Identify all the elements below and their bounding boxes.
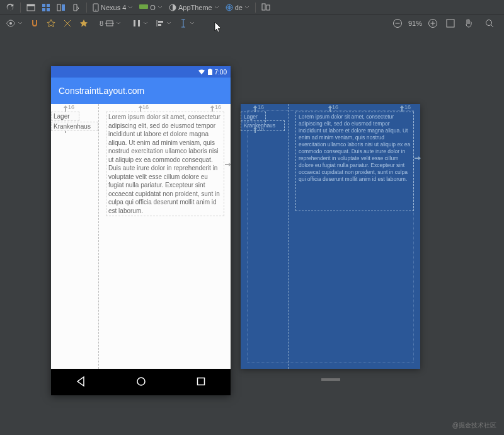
- pan-icon[interactable]: [461, 17, 475, 30]
- orientation-icon[interactable]: [70, 2, 83, 13]
- battery-icon: [208, 69, 212, 75]
- visibility-icon[interactable]: [4, 18, 25, 28]
- svg-rect-3: [47, 4, 50, 7]
- svg-rect-1: [27, 4, 35, 6]
- api-label: O: [150, 4, 156, 11]
- design-canvas[interactable]: 7:00 ConstraintLayout.com 16 16 16 16 La…: [0, 32, 504, 435]
- svg-point-15: [9, 22, 12, 25]
- zoom-fit-icon[interactable]: [444, 17, 457, 30]
- nav-recent-icon[interactable]: [195, 376, 207, 388]
- locale-picker[interactable]: de: [224, 3, 251, 13]
- android-status-bar: 7:00: [51, 66, 231, 78]
- svg-rect-18: [134, 20, 135, 26]
- wifi-icon: [198, 69, 205, 75]
- zoom-out-icon[interactable]: [391, 17, 404, 30]
- refresh-icon[interactable]: [4, 2, 16, 13]
- svg-rect-19: [138, 20, 140, 26]
- locale-label: de: [235, 4, 243, 11]
- view-design-icon[interactable]: [25, 2, 37, 13]
- margin-label: 16: [215, 104, 221, 110]
- api-picker[interactable]: O: [137, 3, 164, 13]
- infer-constraints-icon[interactable]: [77, 18, 90, 29]
- app-title: ConstraintLayout.com: [59, 86, 144, 96]
- svg-point-34: [137, 378, 145, 385]
- guidelines-icon[interactable]: [177, 18, 197, 29]
- svg-rect-10: [139, 4, 148, 9]
- design-toolbar-row1: Nexus 4 O AppTheme de: [0, 0, 504, 15]
- margin-label: 16: [258, 104, 264, 110]
- margin-label: 16: [404, 104, 411, 110]
- watermark: @掘金技术社区: [452, 421, 496, 430]
- android-nav-bar: [51, 369, 231, 395]
- svg-rect-33: [209, 69, 211, 70]
- default-margin[interactable]: 8: [98, 18, 123, 28]
- svg-rect-7: [62, 4, 65, 11]
- blueprint-surface[interactable]: 16 16 16 16 Lager Krankenhaus Lorem ipsu…: [241, 104, 420, 369]
- design-toolbar-row2: 8 91%: [0, 15, 504, 32]
- search-icon[interactable]: [483, 17, 496, 30]
- design-surface[interactable]: 7:00 ConstraintLayout.com 16 16 16 16 La…: [51, 66, 231, 395]
- svg-rect-21: [158, 21, 163, 23]
- zoom-controls: 91%: [391, 17, 500, 30]
- textview-label2[interactable]: Krankenhaus: [51, 122, 98, 131]
- bp-barrier[interactable]: [288, 104, 289, 369]
- svg-rect-4: [42, 8, 45, 11]
- bp-textview-lorem[interactable]: Lorem ipsum dolor sit amet, consectetur …: [295, 112, 414, 211]
- svg-rect-35: [197, 378, 204, 385]
- svg-rect-29: [447, 20, 454, 27]
- svg-line-31: [491, 25, 494, 28]
- device-picker[interactable]: Nexus 4: [91, 2, 135, 13]
- default-margin-value: 8: [100, 20, 103, 27]
- device-label: Nexus 4: [101, 4, 126, 11]
- zoom-in-icon[interactable]: [426, 17, 440, 30]
- svg-rect-5: [47, 8, 50, 11]
- blueprint-resize-handle[interactable]: [241, 378, 420, 385]
- textview-label1[interactable]: Lager: [51, 112, 79, 121]
- view-both-icon[interactable]: [55, 2, 67, 13]
- svg-rect-13: [262, 4, 265, 10]
- align-icon[interactable]: [154, 18, 173, 29]
- zoom-value: 91%: [408, 20, 422, 27]
- clear-constraints-icon[interactable]: [61, 18, 74, 29]
- margin-label: 16: [68, 104, 74, 110]
- pack-icon[interactable]: [130, 18, 150, 29]
- autoconnect-icon[interactable]: [45, 18, 57, 29]
- theme-label: AppTheme: [178, 4, 212, 11]
- magnet-icon[interactable]: [28, 18, 41, 29]
- layout-content[interactable]: 16 16 16 16 Lager Krankenhaus Lorem ipsu…: [51, 104, 231, 369]
- svg-point-9: [95, 9, 96, 11]
- svg-rect-22: [158, 24, 161, 26]
- theme-picker[interactable]: AppTheme: [167, 3, 221, 13]
- svg-point-30: [486, 20, 492, 26]
- svg-rect-14: [266, 5, 270, 10]
- status-time: 7:00: [215, 69, 227, 76]
- margin-label: 16: [332, 104, 338, 110]
- margin-label: 16: [142, 104, 149, 110]
- variants-icon[interactable]: [260, 2, 272, 13]
- view-blueprint-icon[interactable]: [40, 2, 52, 13]
- svg-rect-32: [208, 69, 212, 75]
- bp-textview-label2[interactable]: Krankenhaus: [241, 120, 285, 131]
- app-bar: ConstraintLayout.com: [51, 78, 231, 104]
- svg-rect-2: [42, 4, 45, 7]
- svg-rect-6: [57, 4, 60, 11]
- nav-home-icon[interactable]: [135, 376, 147, 388]
- barrier-line[interactable]: [98, 104, 99, 369]
- textview-lorem[interactable]: Lorem ipsum dolor sit amet, consectetur …: [106, 112, 224, 216]
- nav-back-icon[interactable]: [76, 376, 87, 388]
